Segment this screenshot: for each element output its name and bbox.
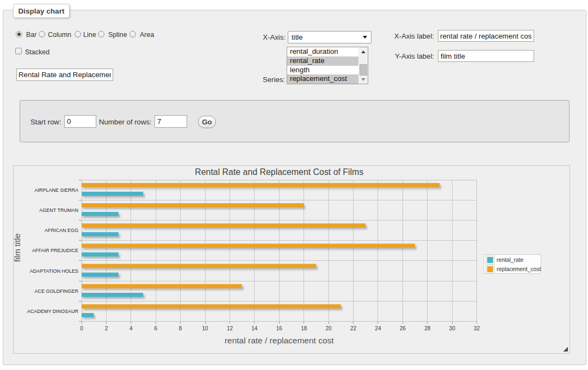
svg-text:Rental Rate and Replacement Co: Rental Rate and Replacement Cost of Film… <box>195 167 363 177</box>
svg-text:2: 2 <box>105 325 108 331</box>
svg-text:AIRPLANE SIERRA: AIRPLANE SIERRA <box>34 187 78 193</box>
svg-text:20: 20 <box>326 325 332 331</box>
svg-text:18: 18 <box>301 325 307 331</box>
svg-text:ADAPTATION HOLES: ADAPTATION HOLES <box>30 268 78 274</box>
svg-text:AFFAIR PREJUDICE: AFFAIR PREJUDICE <box>32 248 78 253</box>
svg-text:AGENT TRUMAN: AGENT TRUMAN <box>39 208 78 213</box>
svg-text:16: 16 <box>276 325 283 331</box>
svg-text:4: 4 <box>129 325 133 331</box>
svg-text:6: 6 <box>154 325 157 331</box>
svg-text:14: 14 <box>251 325 258 331</box>
svg-text:26: 26 <box>400 325 406 331</box>
svg-text:rental rate / replacement cost: rental rate / replacement cost <box>225 336 334 345</box>
svg-text:12: 12 <box>227 325 233 331</box>
svg-text:film title: film title <box>14 234 22 262</box>
svg-text:AFRICAN EGG: AFRICAN EGG <box>45 228 78 233</box>
svg-text:0: 0 <box>80 325 83 331</box>
svg-text:ACADEMY DINOSAUR: ACADEMY DINOSAUR <box>27 309 79 314</box>
svg-text:8: 8 <box>179 325 182 331</box>
svg-text:22: 22 <box>350 325 357 331</box>
svg-text:replacement_cost: replacement_cost <box>497 266 541 272</box>
svg-text:30: 30 <box>449 325 456 331</box>
svg-text:ACE GOLDFINGER: ACE GOLDFINGER <box>34 289 78 294</box>
svg-text:28: 28 <box>424 325 431 331</box>
svg-text:10: 10 <box>202 325 208 331</box>
svg-text:24: 24 <box>375 325 381 331</box>
svg-text:rental_rate: rental_rate <box>497 257 524 263</box>
svg-text:32: 32 <box>474 325 480 331</box>
